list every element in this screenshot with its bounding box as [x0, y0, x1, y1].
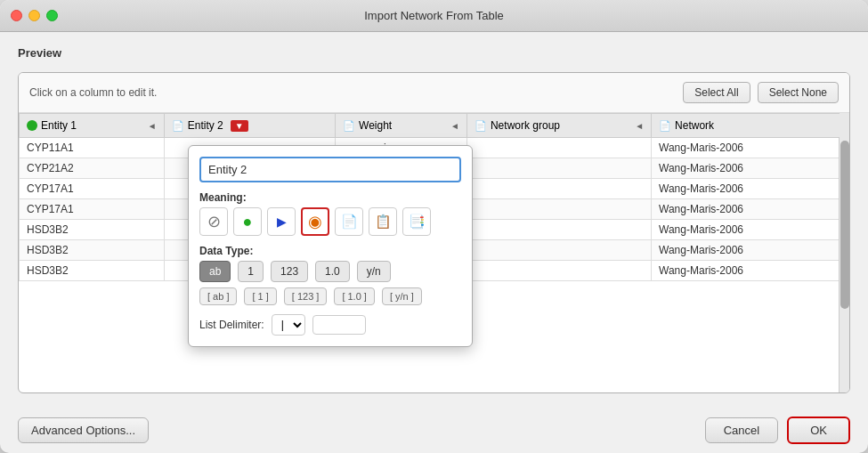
delimiter-label: List Delimiter: — [199, 319, 264, 331]
advanced-options-button[interactable]: Advanced Options... — [18, 417, 149, 443]
col-network-group-label: Network group — [491, 119, 560, 132]
cell-network: Wang-Maris-2006 — [652, 179, 849, 199]
traffic-lights — [11, 10, 58, 21]
window-title: Import Network From Table — [364, 9, 504, 22]
cell-network-group — [466, 158, 651, 179]
col-entity2-label: Entity 2 — [188, 119, 223, 132]
cell-network-group — [466, 179, 651, 199]
preview-hint: Click on a column to edit it. — [29, 86, 157, 99]
datatype-int-button[interactable]: 1 — [238, 261, 264, 282]
list-int-button[interactable]: [ 1 ] — [244, 287, 276, 305]
footer-right-buttons: Cancel OK — [705, 417, 850, 444]
cell-network: Wang-Maris-2006 — [652, 138, 849, 158]
cell-network-group — [466, 240, 651, 261]
ok-button[interactable]: OK — [787, 417, 850, 444]
attribute-icon[interactable]: 📄 — [335, 207, 363, 236]
edge-attribute-icon[interactable]: 📋 — [369, 207, 397, 236]
cell-network-group — [466, 261, 651, 281]
no-meaning-icon[interactable]: ⊘ — [199, 207, 228, 236]
network-group-arrow-icon: ◄ — [635, 121, 644, 131]
cell-network: Wang-Maris-2006 — [652, 199, 849, 220]
entity2-dropdown-btn[interactable]: ▼ — [231, 120, 248, 132]
preview-header: Click on a column to edit it. Select All… — [19, 73, 849, 113]
cell-entity1: CYP11A1 — [20, 138, 165, 158]
source-icon[interactable]: ● — [233, 207, 262, 236]
cell-network: Wang-Maris-2006 — [652, 240, 849, 261]
cell-entity1: HSD3B2 — [20, 261, 165, 281]
datatype-label: Data Type: — [199, 245, 461, 257]
cell-network: Wang-Maris-2006 — [652, 220, 849, 240]
cell-entity1: CYP17A1 — [20, 199, 165, 220]
cell-network-group — [466, 138, 651, 158]
cell-network-group — [466, 199, 651, 220]
vertical-scrollbar[interactable] — [839, 113, 849, 392]
main-window: Import Network From Table Preview Click … — [0, 0, 868, 453]
entity1-arrow-icon: ◄ — [148, 121, 157, 131]
list-num-button[interactable]: [ 123 ] — [284, 287, 328, 305]
datatype-buttons: ab 1 123 1.0 y/n — [199, 261, 461, 282]
cell-entity1: CYP21A2 — [20, 158, 165, 179]
network-icon[interactable]: 📑 — [402, 207, 431, 236]
col-network-group[interactable]: 📄 Network group ◄ — [466, 114, 651, 138]
select-none-button[interactable]: Select None — [758, 82, 839, 103]
delimiter-section: List Delimiter: | , ; — [199, 314, 461, 336]
col-network[interactable]: 📄 Network — [652, 114, 849, 138]
scrollbar-thumb — [840, 141, 849, 308]
meaning-icons: ⊘ ● ▶ ◉ 📄 📋 📑 — [199, 207, 461, 236]
cell-entity1: HSD3B2 — [20, 220, 165, 240]
maximize-button[interactable] — [46, 10, 58, 21]
select-all-button[interactable]: Select All — [683, 82, 750, 103]
datatype-ab-button[interactable]: ab — [199, 261, 231, 282]
weight-arrow-icon: ◄ — [450, 121, 459, 131]
col-entity2[interactable]: 📄 Entity 2 ▼ — [164, 114, 335, 138]
cell-network-group — [466, 220, 651, 240]
close-button[interactable] — [11, 10, 22, 21]
footer: Advanced Options... Cancel OK — [0, 408, 868, 453]
weight-doc-icon: 📄 — [343, 119, 355, 132]
title-bar: Import Network From Table — [0, 0, 868, 32]
entity1-dot-icon — [27, 120, 37, 131]
col-entity1[interactable]: Entity 1 ◄ — [20, 114, 165, 138]
list-ab-button[interactable]: [ ab ] — [199, 287, 237, 305]
col-weight-label: Weight — [359, 119, 392, 132]
list-datatype-buttons: [ ab ] [ 1 ] [ 123 ] [ 1.0 ] [ y/n ] — [199, 287, 461, 305]
col-entity1-label: Entity 1 — [41, 119, 77, 132]
cell-network: Wang-Maris-2006 — [652, 261, 849, 281]
datatype-section: Data Type: ab 1 123 1.0 y/n [ ab ] [ 1 ]… — [199, 245, 461, 305]
column-edit-popup: Meaning: ⊘ ● ▶ ◉ 📄 — [188, 145, 473, 347]
table-area: Entity 1 ◄ 📄 Entity 2 ▼ — [19, 113, 849, 392]
target-icon[interactable]: ◉ — [301, 207, 329, 236]
list-bool-button[interactable]: [ y/n ] — [382, 287, 422, 305]
cancel-button[interactable]: Cancel — [705, 417, 778, 443]
entity2-doc-icon: 📄 — [172, 119, 184, 132]
col-weight[interactable]: 📄 Weight ◄ — [336, 114, 467, 138]
meaning-label: Meaning: — [199, 191, 461, 204]
list-float-button[interactable]: [ 1.0 ] — [334, 287, 375, 305]
minimize-button[interactable] — [28, 10, 40, 21]
col-network-label: Network — [675, 119, 714, 132]
delimiter-select[interactable]: | , ; — [272, 314, 305, 336]
cell-network: Wang-Maris-2006 — [652, 158, 849, 179]
cell-entity1: HSD3B2 — [20, 240, 165, 261]
datatype-bool-button[interactable]: y/n — [357, 261, 391, 282]
interaction-icon[interactable]: ▶ — [267, 207, 296, 236]
content-area: Preview Click on a column to edit it. Se… — [0, 32, 868, 408]
cell-entity1: CYP17A1 — [20, 179, 165, 199]
network-doc-icon: 📄 — [659, 119, 671, 132]
column-name-input[interactable] — [199, 157, 461, 182]
datatype-float-button[interactable]: 1.0 — [315, 261, 350, 282]
network-group-doc-icon: 📄 — [475, 119, 487, 132]
delimiter-custom-input[interactable] — [312, 315, 366, 335]
preview-label: Preview — [18, 46, 850, 60]
preview-section: Click on a column to edit it. Select All… — [18, 72, 850, 393]
selection-buttons: Select All Select None — [683, 82, 839, 103]
meaning-section: Meaning: ⊘ ● ▶ ◉ 📄 — [199, 191, 461, 236]
datatype-num-button[interactable]: 123 — [271, 261, 308, 282]
